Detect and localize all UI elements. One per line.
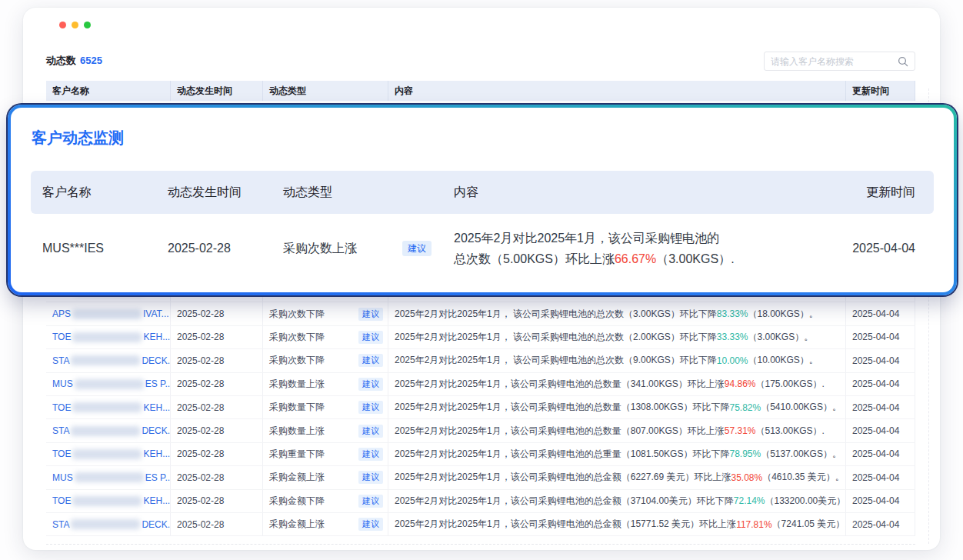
redacted-name-blur [71,519,140,529]
event-type: 采购次数下降 [269,308,325,321]
event-type: 采购重量下降 [269,448,325,461]
window-controls [59,22,91,28]
event-date: 2025-02-28 [171,443,263,465]
minimize-window-button[interactable] [72,22,78,28]
card-column-content: 内容 [454,171,478,214]
updated-date: 2025-04-04 [846,513,915,535]
dynamics-count: 动态数6525 [46,54,102,68]
customer-dynamics-monitor-card: 客户动态监测 客户名称 动态发生时间 动态类型 内容 更新时间 MUS***IE… [11,108,954,292]
card-table-row: MUS***IES 2025-02-28 采购次数上涨 建议 2025年2月对比… [31,214,934,283]
event-type: 采购金额下降 [269,495,325,508]
redacted-name-blur [72,449,142,459]
customer-name-link[interactable]: APSIVAT... [52,308,169,319]
table-row: STADECK... 2025-02-28 采购次数下降 建议 2025年2月对… [46,349,915,372]
redacted-name-blur [75,379,144,389]
updated-date: 2025-04-04 [846,490,915,512]
updated-date: 2025-04-04 [846,396,915,418]
column-header-content: 内容 [388,81,846,101]
event-type: 采购次数下降 [269,331,325,344]
event-content: 2025年2月对比2025年1月， 该公司采购锂电池的总次数（9.00KGS）环… [388,349,846,372]
table-row: MUSES P... 2025-02-28 采购金额上涨 建议 2025年2月对… [46,466,915,489]
event-content: 2025年2月对比2025年1月， 该公司采购锂电池的总次数（3.00KGS）环… [388,302,846,325]
updated-date: 2025-04-04 [846,373,915,395]
search-icon[interactable] [898,56,908,67]
redacted-name-blur [72,496,142,506]
event-content: 2025年2月对比2025年1月，该公司采购锂电池的总数量（1308.00KGS… [388,396,846,418]
event-type: 采购数量上涨 [269,378,325,391]
event-type: 采购金额上涨 [269,471,325,484]
maximize-window-button[interactable] [84,22,91,28]
suggestion-badge: 建议 [358,331,383,344]
customer-name-link[interactable]: MUSES P... [52,472,171,483]
customer-search-box [764,52,915,71]
event-content: 2025年2月对比2025年1月，该公司采购锂电池的总重量（1081.50KGS… [388,443,846,465]
updated-date: 2025-04-04 [846,443,915,465]
event-date: 2025-02-28 [171,302,263,325]
event-content: 2025年2月对比2025年1月，该公司采购锂电池的总金额（15771.52 美… [388,513,846,535]
suggestion-badge: 建议 [358,354,383,367]
redacted-name-blur [72,402,142,412]
event-type: 采购数量下降 [269,401,325,414]
customer-name-link[interactable]: STADECK... [52,519,171,530]
event-date: 2025-02-28 [171,513,263,535]
event-date: 2025-02-28 [171,349,263,372]
table-row: MUSES P... 2025-02-28 采购数量上涨 建议 2025年2月对… [46,373,915,396]
card-column-updated: 更新时间 [866,171,915,214]
event-type: 采购金额上涨 [269,518,325,531]
column-header-type: 动态类型 [263,81,388,101]
suggestion-badge: 建议 [358,518,383,531]
search-input[interactable] [771,56,898,67]
suggestion-badge: 建议 [358,378,383,391]
event-type: 采购数量上涨 [269,425,325,438]
table-row: TOEKEH... 2025-02-28 采购次数下降 建议 2025年2月对比… [46,326,915,349]
customer-name-link[interactable]: STADECK... [52,425,171,436]
event-content: 2025年2月对比2025年1月，该公司采购锂电池的总数量（341.00KGS）… [388,373,846,395]
updated-date: 2025-04-04 [846,419,915,442]
updated-date: 2025-04-04 [846,349,915,372]
updated-date: 2025-04-04 [846,326,915,348]
suggestion-badge: 建议 [358,425,383,438]
table-row: TOEKEH... 2025-02-28 采购数量下降 建议 2025年2月对比… [46,396,915,419]
customer-name-link[interactable]: TOEKEH... [52,448,170,459]
customer-name-link[interactable]: MUSES P... [52,378,171,389]
card-customer-name: MUS***IES [42,214,104,283]
card-event-type: 采购次数上涨 [283,214,357,283]
column-header-customer: 客户名称 [46,81,171,101]
highlight-card-border: 客户动态监测 客户名称 动态发生时间 动态类型 内容 更新时间 MUS***IE… [8,105,957,295]
close-window-button[interactable] [59,22,66,28]
dynamics-count-label: 动态数 [46,55,76,66]
event-date: 2025-02-28 [171,326,263,348]
percent-rise-value: 66.67% [615,252,656,265]
event-date: 2025-02-28 [171,373,263,395]
card-column-date: 动态发生时间 [168,171,242,214]
customer-name-link[interactable]: TOEKEH... [52,332,170,342]
card-table-header: 客户名称 动态发生时间 动态类型 内容 更新时间 [31,171,934,214]
event-type: 采购次数下降 [269,354,325,367]
customer-name-link[interactable]: TOEKEH... [52,402,170,413]
card-event-date: 2025-02-28 [168,214,231,283]
card-suggestion-badge: 建议 [402,241,432,256]
suggestion-badge: 建议 [358,495,383,508]
customer-name-link[interactable]: TOEKEH... [52,495,170,506]
card-column-customer: 客户名称 [42,171,92,214]
updated-date: 2025-04-04 [846,466,915,488]
event-content: 2025年2月对比2025年1月，该公司采购锂电池的总金额（37104.00美元… [388,490,846,512]
updated-date: 2025-04-04 [846,302,915,325]
event-content: 2025年2月对比2025年1月， 该公司采购锂电池的总次数（2.00KGS）环… [388,326,846,348]
redacted-name-blur [71,355,140,365]
dynamics-count-value: 6525 [80,55,102,66]
card-column-type: 动态类型 [283,171,332,214]
event-date: 2025-02-28 [171,419,263,442]
event-date: 2025-02-28 [171,490,263,512]
card-updated-date: 2025-04-04 [852,214,915,283]
redacted-name-blur [72,309,142,319]
card-event-content: 2025年2月对比2025年1月，该公司采购锂电池的 总次数（5.00KGS）环… [454,228,735,269]
customer-name-link[interactable]: STADECK... [52,355,171,366]
card-title: 客户动态监测 [32,128,124,148]
table-bottom-divider [46,544,915,545]
suggestion-badge: 建议 [358,471,383,484]
suggestion-badge: 建议 [358,401,383,414]
column-header-date: 动态发生时间 [171,81,263,101]
table-row: TOEKEH... 2025-02-28 采购重量下降 建议 2025年2月对比… [46,443,915,466]
table-header: 客户名称 动态发生时间 动态类型 内容 更新时间 [46,81,915,101]
